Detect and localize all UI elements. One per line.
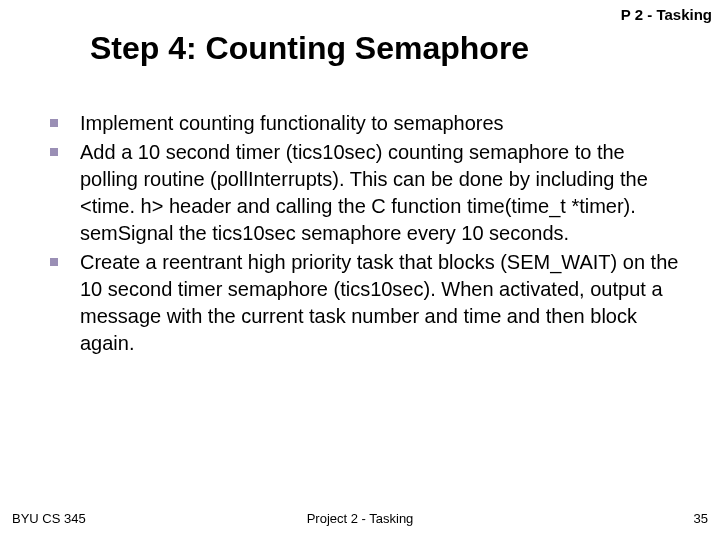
page-title: Step 4: Counting Semaphore <box>90 30 529 67</box>
bullet-text: Create a reentrant high priority task th… <box>80 249 680 357</box>
bullet-text: Add a 10 second timer (tics10sec) counti… <box>80 139 680 247</box>
list-item: Implement counting functionality to sema… <box>50 110 680 137</box>
bullet-icon <box>50 258 58 266</box>
content-area: Implement counting functionality to sema… <box>50 110 680 359</box>
footer-page-number: 35 <box>694 511 708 526</box>
list-item: Create a reentrant high priority task th… <box>50 249 680 357</box>
footer-left: BYU CS 345 <box>12 511 86 526</box>
bullet-text: Implement counting functionality to sema… <box>80 110 504 137</box>
bullet-icon <box>50 148 58 156</box>
header-label: P 2 - Tasking <box>621 6 712 23</box>
list-item: Add a 10 second timer (tics10sec) counti… <box>50 139 680 247</box>
footer-center: Project 2 - Tasking <box>307 511 414 526</box>
bullet-icon <box>50 119 58 127</box>
